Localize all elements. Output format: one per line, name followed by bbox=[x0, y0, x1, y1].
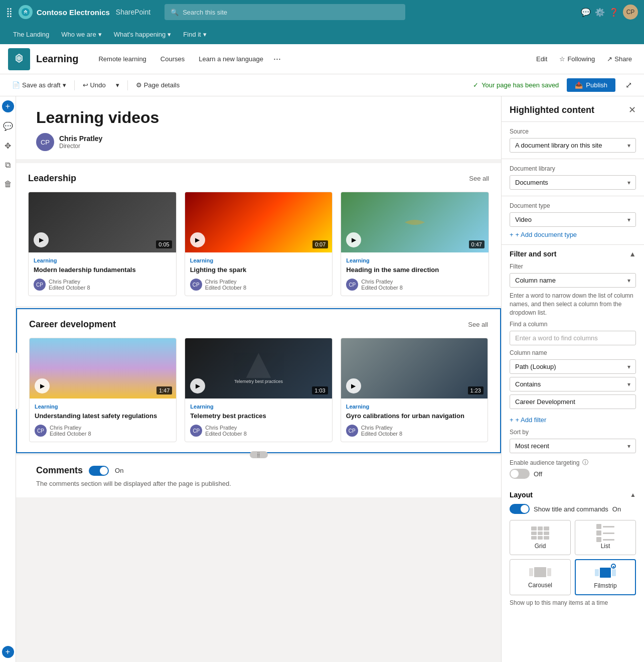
career-video-card-2[interactable]: Telemetry best practices ▶ 1:03 Learning… bbox=[185, 338, 332, 442]
career-video-title-1: Understanding latest safety regulations bbox=[35, 412, 171, 421]
page-title: Learning bbox=[36, 53, 78, 65]
edit-webpart-icon[interactable]: ✏ bbox=[16, 354, 17, 366]
publish-button[interactable]: 📤 Publish bbox=[567, 78, 615, 92]
add-section-bottom-button[interactable]: + bbox=[2, 646, 14, 658]
brand-name: Contoso Electronics bbox=[37, 8, 110, 17]
copy-webpart-icon[interactable]: ⧉ bbox=[16, 381, 17, 393]
career-play-2[interactable]: ▶ bbox=[190, 378, 205, 393]
page-nav-remote-learning[interactable]: Remote learning bbox=[92, 53, 152, 65]
undo-dropdown[interactable]: ▾ bbox=[112, 79, 123, 91]
page-details-button[interactable]: ⚙ Page details bbox=[132, 79, 184, 91]
settings-icon[interactable]: ⚙️ bbox=[595, 8, 605, 17]
leadership-see-all[interactable]: See all bbox=[469, 175, 489, 182]
help-icon[interactable]: ❓ bbox=[609, 8, 619, 17]
drag-handle[interactable]: ⣿ bbox=[250, 451, 268, 458]
apps-icon[interactable]: ⣿ bbox=[6, 7, 13, 18]
comments-toggle[interactable] bbox=[89, 466, 109, 476]
audience-toggle-row: Off bbox=[510, 469, 636, 479]
audience-toggle[interactable] bbox=[510, 469, 530, 479]
add-filter-button[interactable]: + + Add filter bbox=[510, 416, 636, 424]
video-edited-3: Edited October 8 bbox=[361, 285, 403, 291]
leadership-webpart: Leadership See all ▶ 0:05 Learning Moder… bbox=[16, 163, 501, 306]
career-see-all[interactable]: See all bbox=[468, 321, 488, 328]
layout-header[interactable]: Layout ▲ bbox=[510, 491, 636, 499]
career-play-1[interactable]: ▶ bbox=[35, 378, 50, 393]
toolbar-divider-2 bbox=[127, 80, 128, 90]
career-thumb-2: Telemetry best practices ▶ 1:03 bbox=[185, 338, 332, 399]
doc-type-section: Document type Video ▾ + + Add document t… bbox=[502, 196, 644, 245]
left-sidebar: + 💬 ✥ ⧉ 🗑 + bbox=[0, 96, 16, 662]
close-icon[interactable]: ✕ bbox=[628, 104, 636, 115]
doc-library-select[interactable]: Documents ▾ bbox=[510, 175, 636, 190]
column-name-select[interactable]: Path (Lookup) ▾ bbox=[510, 359, 636, 374]
video-info-3: Learning Heading in the same direction C… bbox=[341, 252, 489, 296]
save-as-draft-button[interactable]: 📄 Save as draft ▾ bbox=[8, 79, 70, 91]
subnav-item-landing[interactable]: The Landing bbox=[8, 29, 54, 40]
layout-option-grid[interactable]: Grid bbox=[510, 520, 571, 555]
add-section-top-button[interactable]: + bbox=[2, 100, 14, 112]
career-video-card-3[interactable]: ▶ 1:23 Learning Gyro calibrations for ur… bbox=[341, 338, 488, 442]
add-doc-type-button[interactable]: + + Add document type bbox=[510, 231, 636, 238]
play-button-2[interactable]: ▶ bbox=[190, 232, 205, 247]
copy-icon[interactable]: ⧉ bbox=[2, 158, 14, 173]
layout-option-filmstrip[interactable]: ● Filmstrip bbox=[575, 559, 636, 595]
chat-icon[interactable]: 💬 bbox=[581, 8, 591, 17]
dropdown-arrow[interactable]: ▾ bbox=[63, 81, 66, 89]
edit-button[interactable]: Edit bbox=[532, 53, 551, 65]
play-button-1[interactable]: ▶ bbox=[34, 232, 49, 247]
share-button[interactable]: ↗ Share bbox=[603, 53, 636, 65]
search-bar[interactable]: 🔍 Search this site bbox=[165, 4, 405, 20]
filter-sort-section: Filter and sort ▲ Filter Column name ▾ E… bbox=[502, 245, 644, 485]
source-select[interactable]: A document library on this site ▾ bbox=[510, 138, 636, 153]
comment-icon[interactable]: 💬 bbox=[0, 118, 16, 134]
layout-option-list[interactable]: List bbox=[575, 520, 636, 555]
audience-toggle-knob bbox=[511, 470, 519, 478]
subnav-item-findit[interactable]: Find it ▾ bbox=[178, 29, 211, 40]
subnav-item-whoweare[interactable]: Who we are ▾ bbox=[56, 29, 106, 40]
page-nav-language[interactable]: Learn a new language bbox=[193, 53, 269, 65]
sort-by-select[interactable]: Most recent ▾ bbox=[510, 439, 636, 453]
duration-2: 0:07 bbox=[312, 240, 328, 248]
avatar[interactable]: CP bbox=[623, 5, 638, 20]
move-webpart-icon[interactable]: ✥ bbox=[16, 368, 17, 380]
search-icon: 🔍 bbox=[171, 9, 179, 16]
layout-option-carousel[interactable]: Carousel bbox=[510, 559, 571, 595]
subnav-item-whathappening[interactable]: What's happening ▾ bbox=[109, 29, 177, 40]
career-play-3[interactable]: ▶ bbox=[346, 378, 361, 393]
career-section-header: Career development See all bbox=[29, 319, 488, 330]
career-info-1: Learning Understanding latest safety reg… bbox=[30, 399, 176, 442]
page-nav-more[interactable]: ··· bbox=[271, 54, 283, 64]
video-author-avatar-1: CP bbox=[34, 279, 46, 291]
delete-webpart-icon[interactable]: 🗑 bbox=[16, 395, 17, 407]
filter-value-input[interactable] bbox=[510, 394, 636, 409]
brand: Contoso Electronics bbox=[19, 5, 110, 19]
filter-sort-header[interactable]: Filter and sort ▲ bbox=[502, 245, 644, 263]
page-nav-courses[interactable]: Courses bbox=[154, 53, 191, 65]
career-author-avatar-1: CP bbox=[35, 425, 47, 437]
star-icon: ☆ bbox=[559, 55, 565, 63]
move-icon[interactable]: ✥ bbox=[2, 138, 14, 154]
career-author-3: CP Chris Pratley Edited October 8 bbox=[346, 425, 482, 437]
delete-icon[interactable]: 🗑 bbox=[1, 177, 15, 192]
follow-button[interactable]: ☆ Following bbox=[555, 53, 599, 65]
show-title-toggle[interactable] bbox=[510, 504, 530, 514]
career-duration-1: 1:47 bbox=[156, 386, 172, 394]
leadership-title: Leadership bbox=[28, 173, 76, 184]
career-author-avatar-3: CP bbox=[346, 425, 358, 437]
filter-select[interactable]: Column name ▾ bbox=[510, 273, 636, 288]
leadership-video-card-2[interactable]: ▶ 0:07 Learning Lighting the spark CP Ch… bbox=[185, 192, 333, 296]
contains-select[interactable]: Contains ▾ bbox=[510, 377, 636, 391]
doc-library-section: Document library Documents ▾ bbox=[502, 159, 644, 196]
career-video-card-1[interactable]: ▶ 1:47 Learning Understanding latest saf… bbox=[29, 338, 177, 442]
doc-type-select[interactable]: Video ▾ bbox=[510, 212, 636, 227]
leadership-video-card-1[interactable]: ▶ 0:05 Learning Modern leadership fundam… bbox=[28, 192, 177, 296]
undo-button[interactable]: ↩ Undo bbox=[79, 79, 110, 91]
source-label: Source bbox=[510, 128, 636, 135]
leadership-video-card-3[interactable]: ▶ 0:47 Learning Heading in the same dire… bbox=[341, 192, 489, 296]
expand-button[interactable]: ⤢ bbox=[621, 78, 636, 92]
find-column-input[interactable] bbox=[510, 331, 636, 345]
doc-type-chevron-icon: ▾ bbox=[627, 216, 630, 223]
filmstrip-layout-label: Filmstrip bbox=[594, 582, 616, 589]
comments-label: Comments bbox=[36, 465, 83, 476]
comments-toggle-state: On bbox=[115, 467, 123, 474]
